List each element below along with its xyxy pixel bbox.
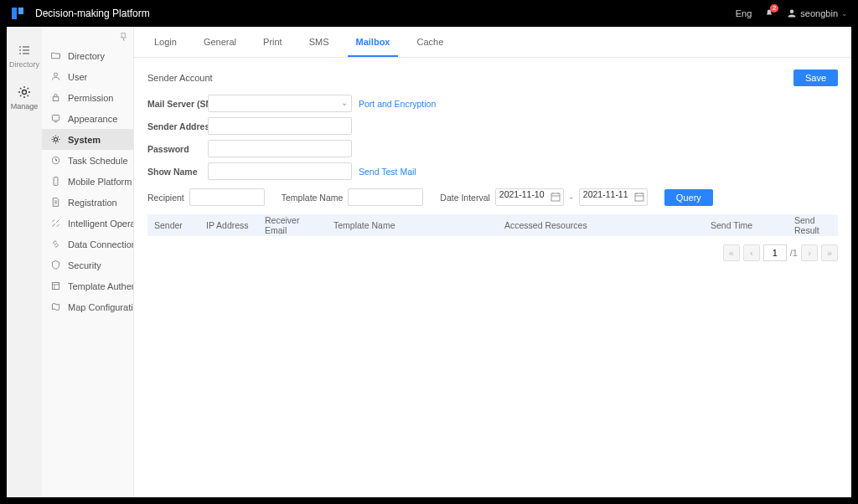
calendar-icon [634, 192, 644, 202]
page-prev-button[interactable]: ‹ [743, 244, 760, 261]
sidebar-item-task-schedule[interactable]: Task Schedule [42, 150, 133, 171]
th-accessed: Accessed Resources [498, 220, 704, 230]
sidebar-item-mobile-platform[interactable]: Mobile Platform [42, 171, 133, 192]
svg-point-3 [23, 90, 27, 95]
date-to-value: 2021-11-11 [583, 189, 628, 199]
svg-point-4 [54, 73, 57, 76]
svg-rect-11 [52, 282, 59, 289]
sidebar-item-label: Task Schedule [68, 156, 128, 166]
shield-icon [50, 260, 61, 270]
sidebar-item-label: User [68, 72, 87, 82]
sender-address-input[interactable] [208, 117, 352, 135]
template-name-input[interactable] [348, 188, 423, 206]
date-from-value: 2021-11-10 [499, 189, 545, 199]
th-receiver: Receiver Email [258, 215, 327, 235]
sidebar-item-permission[interactable]: Permission [42, 87, 133, 108]
clock-icon [50, 155, 61, 166]
gear-icon [50, 134, 61, 145]
svg-point-2 [790, 10, 794, 14]
tab-login[interactable]: Login [146, 27, 185, 57]
section-title: Sender Account [147, 73, 213, 83]
sidebar-item-appearance[interactable]: Appearance [42, 108, 133, 129]
app-title: Decision-making Platform [35, 8, 736, 19]
sidebar-item-label: Template Authenti... [68, 281, 133, 291]
password-input[interactable] [208, 140, 352, 157]
tab-print[interactable]: Print [255, 27, 291, 57]
tools-icon [50, 218, 61, 229]
sidebar-item-template-auth[interactable]: Template Authenti... [42, 275, 133, 296]
language-selector[interactable]: Eng [736, 8, 752, 18]
map-icon [50, 301, 61, 312]
send-test-mail-link[interactable]: Send Test Mail [359, 167, 416, 177]
mail-server-select[interactable]: ⌄ [208, 95, 352, 112]
link-icon [50, 239, 61, 249]
user-menu[interactable]: seongbin ⌄ [787, 8, 848, 18]
sidebar-item-label: Registration [68, 198, 117, 208]
user-name: seongbin [800, 8, 838, 18]
th-ip: IP Address [199, 220, 258, 230]
query-button[interactable]: Query [664, 189, 713, 206]
table-header: Sender IP Address Receiver Email Templat… [147, 214, 838, 236]
svg-rect-12 [551, 193, 560, 201]
rail-manage[interactable]: Manage [11, 85, 39, 111]
page-total: /1 [790, 248, 798, 258]
save-button[interactable]: Save [793, 69, 838, 86]
gear-icon [18, 85, 31, 99]
sidebar-item-security[interactable]: Security [42, 255, 133, 275]
notification-bell-icon[interactable]: 2 [763, 8, 775, 19]
tab-mailbox[interactable]: Mailbox [348, 27, 399, 57]
svg-rect-6 [52, 115, 59, 121]
page-input[interactable] [763, 244, 787, 261]
recipient-label: Recipient [147, 193, 184, 203]
appearance-icon [50, 113, 61, 124]
top-header: Decision-making Platform Eng 2 seongbin … [0, 0, 858, 27]
app-logo [10, 6, 25, 21]
sidebar-item-registration[interactable]: Registration [42, 192, 133, 213]
pin-icon[interactable] [118, 32, 128, 42]
tab-general[interactable]: General [195, 27, 245, 57]
sidebar-item-system[interactable]: System [42, 129, 133, 150]
sidebar-item-label: Security [68, 260, 101, 270]
page-first-button[interactable]: « [723, 244, 740, 261]
date-to-input[interactable]: 2021-11-11 [579, 188, 648, 206]
date-range-separator: - [570, 192, 573, 203]
user-icon [50, 71, 61, 82]
port-encryption-link[interactable]: Port and Encryption [359, 99, 436, 109]
page-last-button[interactable]: » [821, 244, 838, 261]
sidebar-item-map-config[interactable]: Map Configuration [42, 296, 133, 317]
template-name-label: Template Name [282, 193, 344, 203]
lock-icon [50, 92, 61, 103]
rail-directory[interactable]: Directory [9, 44, 39, 69]
show-name-input[interactable] [208, 162, 352, 180]
mail-server-label: Mail Server (SMTP) [147, 99, 208, 109]
rail-label: Directory [9, 60, 39, 69]
sidebar-item-data-connection[interactable]: Data Connection [42, 234, 133, 255]
sidebar-item-label: Permission [68, 93, 113, 103]
main-content: Login General Print SMS Mailbox Cache Se… [134, 27, 851, 497]
recipient-input[interactable] [189, 188, 265, 206]
mobile-icon [50, 176, 61, 187]
svg-point-7 [54, 137, 57, 141]
date-interval-label: Date Interval [440, 193, 490, 203]
date-from-input[interactable]: 2021-11-10 [495, 188, 564, 206]
tab-sms[interactable]: SMS [301, 27, 338, 57]
tab-cache[interactable]: Cache [408, 27, 452, 57]
template-icon [50, 280, 61, 291]
sidebar-item-directory[interactable]: Directory [42, 45, 133, 66]
results-table: Sender IP Address Receiver Email Templat… [147, 214, 838, 236]
sidebar-item-intelligent-operation[interactable]: Intelligent Operatio... [42, 213, 133, 234]
svg-point-10 [55, 183, 56, 184]
th-template: Template Name [327, 220, 498, 230]
password-label: Password [147, 144, 208, 154]
th-sender: Sender [147, 220, 199, 230]
notification-badge: 2 [770, 4, 778, 13]
sidebar-item-user[interactable]: User [42, 66, 133, 87]
user-icon [787, 8, 797, 18]
sidebar-item-label: Intelligent Operatio... [68, 219, 133, 229]
svg-rect-1 [18, 8, 23, 14]
page-next-button[interactable]: › [801, 244, 818, 261]
left-rail: Directory Manage [7, 27, 42, 497]
sidebar-item-label: Directory [68, 51, 105, 61]
sidebar-item-label: Map Configuration [68, 302, 133, 312]
show-name-label: Show Name [147, 167, 208, 177]
